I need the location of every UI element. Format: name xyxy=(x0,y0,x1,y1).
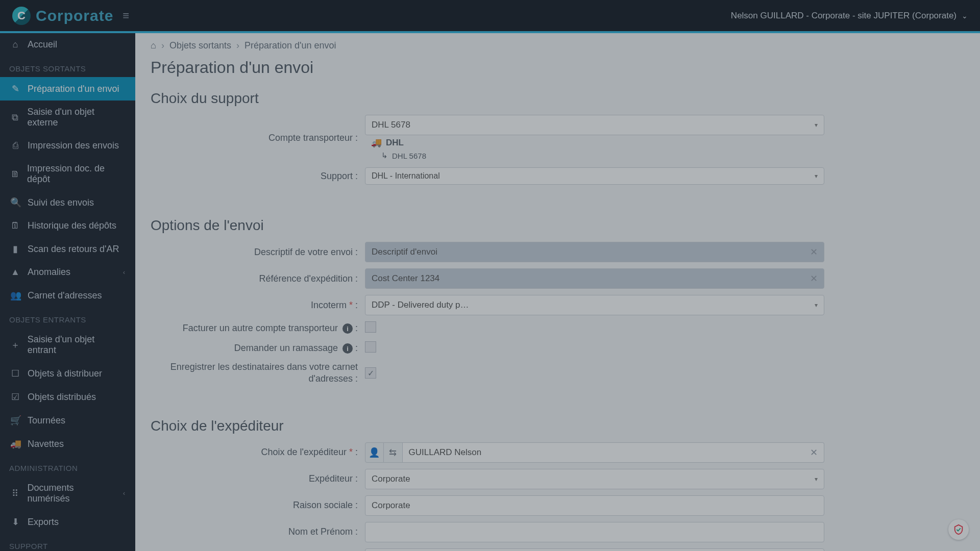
input-complement[interactable] xyxy=(365,548,824,551)
sidebar-item-historique[interactable]: 🗓Historique des dépôts xyxy=(0,214,135,237)
breadcrumb-l2[interactable]: Préparation d'un envoi xyxy=(244,40,336,51)
breadcrumb-l1[interactable]: Objets sortants xyxy=(169,40,231,51)
sidebar-item-label: Objets à distribuer xyxy=(28,368,102,379)
sender-picker: 👤 ⇆ GUILLARD Nelson✕ xyxy=(365,442,824,463)
check-icon: ☑ xyxy=(10,391,20,403)
sidebar-item-scan-ar[interactable]: ▮Scan des retours d'AR xyxy=(0,237,135,261)
barcode-icon: ▮ xyxy=(10,243,20,255)
select-compte-transporteur[interactable]: DHL 5678▾ xyxy=(365,115,824,135)
sidebar-item-tournees[interactable]: 🛒Tournées xyxy=(0,409,135,432)
label-reference: Référence d'expédition : xyxy=(151,273,365,284)
clear-icon[interactable]: ✕ xyxy=(810,246,818,258)
help-fab[interactable] xyxy=(948,519,969,540)
input-descriptif[interactable]: Descriptif d'envoi✕ xyxy=(365,242,824,262)
sidebar-item-distribues[interactable]: ☑Objets distribués xyxy=(0,385,135,409)
sidebar-item-label: Accueil xyxy=(28,39,57,50)
label-expediteur: Expéditeur : xyxy=(151,473,365,484)
sidebar-item-label: Objets distribués xyxy=(28,392,96,403)
sidebar-item-label: Navettes xyxy=(28,439,64,449)
brand[interactable]: C Corporate xyxy=(12,7,113,25)
sidebar-item-navettes[interactable]: 🚚Navettes xyxy=(0,432,135,456)
brand-name: Corporate xyxy=(36,7,113,24)
sidebar-section-entrants: OBJETS ENTRANTS xyxy=(0,307,135,328)
label-compte: Compte transporteur : xyxy=(151,133,365,143)
sidebar-item-impression-envois[interactable]: ⎙Impression des envois xyxy=(0,134,135,157)
section-options: Options de l'envoi xyxy=(135,208,980,239)
sidebar-item-label: Préparation d'un envoi xyxy=(28,84,119,94)
sidebar-section-support: SUPPORT xyxy=(0,534,135,551)
label-ramassage: Demander un ramassage i : xyxy=(151,343,365,354)
sidebar-item-saisie-externe[interactable]: ⧉Saisie d'un objet externe xyxy=(0,101,135,134)
print-icon: ⎙ xyxy=(10,140,20,151)
sidebar-item-label: Scan des retours d'AR xyxy=(28,244,119,255)
checkbox-facturer[interactable] xyxy=(365,321,376,333)
warning-icon: ▲ xyxy=(10,267,20,278)
sidebar-item-label: Saisie d'un objet entrant xyxy=(28,334,125,356)
branch-icon: ↳ xyxy=(381,151,388,160)
brand-logo: C xyxy=(12,7,31,25)
sidebar-section-admin: ADMINISTRATION xyxy=(0,456,135,477)
box-icon: ☐ xyxy=(10,368,20,379)
input-sender-name[interactable]: GUILLARD Nelson✕ xyxy=(403,442,824,463)
sidebar-item-preparation[interactable]: ✎Préparation d'un envoi xyxy=(0,77,135,101)
home-icon: ⌂ xyxy=(10,39,20,50)
sidebar-item-distribuer[interactable]: ☐Objets à distribuer xyxy=(0,362,135,385)
select-value: DHL - International xyxy=(372,171,440,181)
sidebar-item-documents[interactable]: ⠿Documents numérisés‹ xyxy=(0,477,135,510)
label-support: Support : xyxy=(151,171,365,182)
qr-icon: ⠿ xyxy=(10,488,20,499)
info-icon[interactable]: i xyxy=(342,343,353,354)
section-support: Choix du support xyxy=(135,81,980,112)
sidebar-item-suivi[interactable]: 🔍Suivi des envois xyxy=(0,191,135,214)
section-sender: Choix de l'expéditeur xyxy=(135,409,980,439)
sidebar-item-label: Carnet d'adresses xyxy=(28,290,102,301)
chevron-down-icon: ▾ xyxy=(815,172,818,180)
swap-button[interactable]: ⇆ xyxy=(384,442,403,463)
menu-toggle-icon[interactable]: ≡ xyxy=(122,9,129,22)
label-incoterm: Incoterm * : xyxy=(151,300,365,311)
sidebar-item-carnet[interactable]: 👥Carnet d'adresses xyxy=(0,284,135,307)
input-reference[interactable]: Cost Center 1234✕ xyxy=(365,268,824,289)
pencil-icon: ✎ xyxy=(10,83,20,94)
label-descriptif: Descriptif de votre envoi : xyxy=(151,247,365,258)
input-nomprenom[interactable] xyxy=(365,522,824,542)
chevron-down-icon: ▾ xyxy=(815,475,818,483)
sidebar-item-impression-depot[interactable]: 🗎Impression doc. de dépôt xyxy=(0,157,135,191)
user-picker-button[interactable]: 👤 xyxy=(365,442,384,463)
select-value: DHL 5678 xyxy=(372,120,410,130)
sidebar-item-label: Impression doc. de dépôt xyxy=(27,163,125,185)
breadcrumb: ⌂ › Objets sortants › Préparation d'un e… xyxy=(135,33,980,51)
main-content: ⌂ › Objets sortants › Préparation d'un e… xyxy=(135,33,980,551)
checkbox-carnet[interactable] xyxy=(365,367,376,379)
sidebar-item-exports[interactable]: ⬇Exports xyxy=(0,510,135,534)
select-value: DDP - Delivered duty p… xyxy=(372,300,469,310)
sidebar-item-saisie-entrant[interactable]: ＋Saisie d'un objet entrant xyxy=(0,328,135,362)
sidebar-item-home[interactable]: ⌂Accueil xyxy=(0,33,135,56)
user-label: Nelson GUILLARD - Corporate - site JUPIT… xyxy=(731,11,957,21)
info-icon[interactable]: i xyxy=(342,323,353,334)
chevron-left-icon: ‹ xyxy=(123,269,125,276)
topbar: C Corporate ≡ Nelson GUILLARD - Corporat… xyxy=(0,0,980,33)
cart-icon: 🛒 xyxy=(10,415,20,426)
clear-icon[interactable]: ✕ xyxy=(810,273,818,284)
sidebar-item-anomalies[interactable]: ▲Anomalies‹ xyxy=(0,261,135,284)
input-raison[interactable]: Corporate xyxy=(365,495,824,516)
clear-icon[interactable]: ✕ xyxy=(810,447,818,458)
select-expediteur[interactable]: Corporate▾ xyxy=(365,469,824,489)
sidebar-item-label: Historique des dépôts xyxy=(28,220,116,231)
sidebar-section-sortants: OBJETS SORTANTS xyxy=(0,56,135,77)
checkbox-ramassage[interactable] xyxy=(365,341,376,353)
label-facturer: Facturer un autre compte transporteur i … xyxy=(151,323,365,334)
carrier-code: DHL 5678 xyxy=(392,152,426,160)
carrier-name: DHL xyxy=(386,138,404,148)
download-icon: ⬇ xyxy=(10,516,20,528)
user-menu[interactable]: Nelson GUILLARD - Corporate - site JUPIT… xyxy=(731,11,968,21)
select-support[interactable]: DHL - International▾ xyxy=(365,167,824,185)
addressbook-icon: 👥 xyxy=(10,290,20,301)
sidebar-item-label: Tournées xyxy=(28,415,65,426)
select-incoterm[interactable]: DDP - Delivered duty p…▾ xyxy=(365,295,824,315)
home-icon[interactable]: ⌂ xyxy=(151,40,156,51)
sidebar-item-label: Exports xyxy=(28,517,59,528)
sidebar-item-label: Anomalies xyxy=(28,267,70,278)
doc-icon: 🗎 xyxy=(10,169,20,180)
